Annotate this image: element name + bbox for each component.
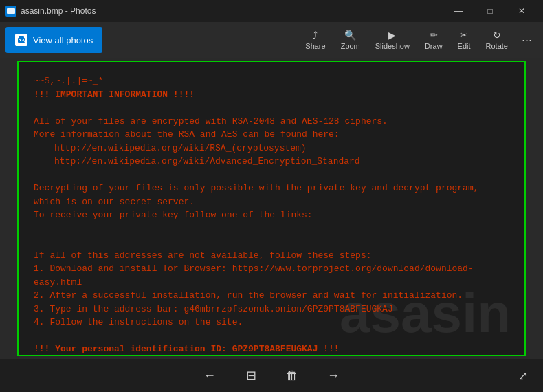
forward-button[interactable]: →	[321, 363, 346, 388]
close-button[interactable]: ✕	[506, 0, 538, 22]
rotate-icon: ↻	[493, 30, 501, 41]
rotate-button[interactable]: ↻ Rotate	[479, 25, 515, 55]
ransom-line-13: If all of this addresses are not availab…	[34, 249, 509, 263]
nav-bar: ← ⊟ 🗑 → ⤢	[0, 359, 543, 392]
ransom-line-7: http://en.wikipedia.org/wiki/Advanced_En…	[34, 155, 509, 168]
photos-icon	[15, 34, 27, 46]
ransom-line-1: ~~$,~.|.|=~_*	[34, 74, 509, 88]
title-bar: asasin.bmp - Photos — □ ✕	[0, 0, 543, 22]
ransom-line-6: http://en.wikipedia.org/wiki/RSA_(crypto…	[34, 142, 509, 155]
ransom-line-15: 2. After a successful installation, run …	[34, 289, 509, 303]
draw-icon: ✏	[430, 30, 438, 41]
zoom-icon: 🔍	[344, 30, 356, 41]
view-all-photos-button[interactable]: View all photos	[5, 27, 102, 53]
ransom-line-17: 4. Follow the instructions on the site.	[34, 316, 509, 329]
slideshow-label: Slideshow	[375, 42, 410, 50]
delete-button[interactable]: 🗑	[280, 363, 304, 388]
expand-button[interactable]: ⤢	[510, 363, 535, 388]
ransom-line-2: !!! IMPORTANT INFORMATION !!!!	[34, 88, 509, 102]
svg-rect-1	[7, 8, 15, 14]
zoom-button[interactable]: 🔍 Zoom	[334, 25, 367, 55]
ransom-line-3	[34, 101, 509, 115]
toolbar: View all photos ⤴ Share 🔍 Zoom ▶ Slidesh…	[0, 22, 543, 58]
zoom-label: Zoom	[341, 42, 360, 50]
ransom-line-5: More information about the RSA and AES c…	[34, 128, 509, 142]
maximize-button[interactable]: □	[474, 0, 506, 22]
ransom-line-4: All of your files are encrypted with RSA…	[34, 115, 509, 129]
app-icon	[5, 6, 16, 17]
rotate-label: Rotate	[486, 42, 508, 50]
view-all-label: View all photos	[33, 35, 93, 45]
image-container: asasin ~~$,~.|.|=~_* !!! IMPORTANT INFOR…	[17, 61, 526, 356]
ransom-line-14: 1. Download and install Tor Browser: htt…	[34, 262, 509, 289]
back-button[interactable]: ←	[197, 363, 222, 388]
photos-icon-svg	[17, 36, 25, 44]
screen-button[interactable]: ⊟	[239, 363, 263, 388]
edit-icon: ✂	[460, 30, 468, 41]
toolbar-actions: ⤴ Share 🔍 Zoom ▶ Slideshow ✏ Draw ✂ Edit…	[298, 25, 538, 55]
ransom-line-12	[34, 235, 509, 249]
edit-label: Edit	[458, 42, 471, 50]
share-icon: ⤴	[313, 30, 318, 41]
window-title: asasin.bmp - Photos	[21, 6, 96, 16]
window-controls: — □ ✕	[443, 0, 538, 22]
ransom-line-8	[34, 168, 509, 182]
ransom-line-9: Decrypting of your files is only possibl…	[34, 182, 509, 208]
draw-label: Draw	[425, 42, 443, 50]
ransom-line-18	[34, 329, 509, 343]
minimize-button[interactable]: —	[443, 0, 474, 22]
draw-button[interactable]: ✏ Draw	[418, 25, 450, 55]
share-label: Share	[305, 42, 325, 50]
ransom-line-10: To receive your private key follow one o…	[34, 208, 509, 222]
more-button[interactable]: ···	[516, 30, 538, 50]
title-bar-left: asasin.bmp - Photos	[5, 6, 96, 17]
share-button[interactable]: ⤴ Share	[298, 25, 332, 55]
ransom-note: ~~$,~.|.|=~_* !!! IMPORTANT INFORMATION …	[19, 62, 524, 355]
edit-button[interactable]: ✂ Edit	[451, 25, 478, 55]
slideshow-icon: ▶	[388, 30, 396, 41]
main-content: asasin ~~$,~.|.|=~_* !!! IMPORTANT INFOR…	[0, 58, 543, 359]
slideshow-button[interactable]: ▶ Slideshow	[368, 25, 417, 55]
ransom-line-16: 3. Type in the address bar: g46mbrrzpfsz…	[34, 303, 509, 316]
ransom-line-11	[34, 222, 509, 236]
ransom-line-19: !!! Your personal identification ID: GPZ…	[34, 342, 509, 355]
